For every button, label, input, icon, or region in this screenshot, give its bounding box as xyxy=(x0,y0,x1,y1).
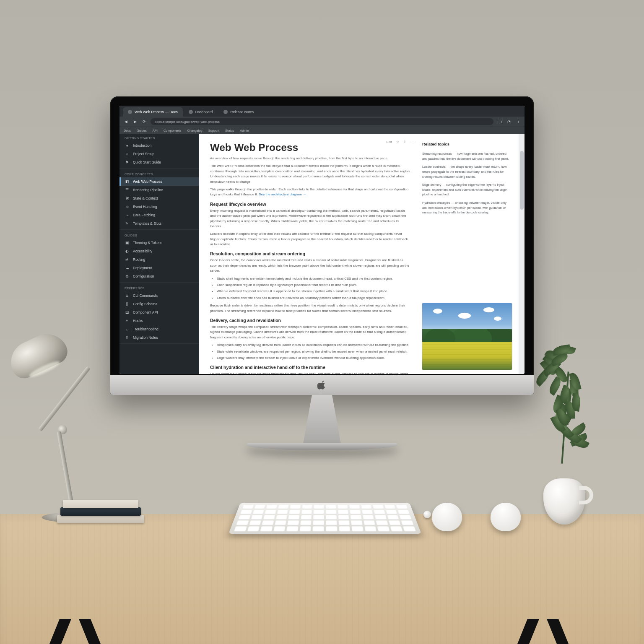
sidebar-item[interactable]: ☁Deployment xyxy=(119,264,199,272)
section-paragraph: Every incoming request is normalised int… xyxy=(210,208,411,229)
sidebar-item[interactable]: ⚙Configuration xyxy=(119,272,199,280)
bookmark-item[interactable]: Docs xyxy=(124,129,131,132)
sidebar-item[interactable]: ≣CLI Commands xyxy=(119,291,199,300)
sidebar-item-label: Rendering Pipeline xyxy=(133,188,163,192)
sidebar-item-label: Config Schema xyxy=(133,302,157,306)
section-list: Responses carry an entity tag derived fr… xyxy=(217,343,411,361)
sidebar-item-label: Quick Start Guide xyxy=(133,160,161,164)
sidebar-separator xyxy=(119,229,199,230)
bookmark-item[interactable]: Components xyxy=(164,129,182,132)
bookmark-item[interactable]: Admin xyxy=(240,129,249,132)
browser-tab[interactable]: Release Notes xyxy=(218,107,259,117)
sidebar-item-icon: ⬍ xyxy=(125,335,130,340)
intro-paragraph: The Web Web Process describes the full l… xyxy=(210,164,411,184)
bookmark-item[interactable]: Changelog xyxy=(187,129,202,132)
bookmark-item[interactable]: API xyxy=(153,129,158,132)
sidebar-item[interactable]: ⎋Event Handling xyxy=(119,203,199,211)
monitor-stand-foot xyxy=(247,443,397,450)
forward-icon[interactable]: ▶ xyxy=(132,119,138,125)
section-paragraph: The delivery stage wraps the composed st… xyxy=(210,325,411,340)
sidebar-item[interactable]: ⬍Migration Notes xyxy=(119,333,199,342)
sidebar-item[interactable]: ◧Web Web Process xyxy=(119,177,199,186)
monitor-chin xyxy=(110,375,534,395)
sidebar-item[interactable]: {}Config Schema xyxy=(119,300,199,308)
sidebar-item-icon: ☁ xyxy=(125,266,130,270)
sidebar-item-icon: ● xyxy=(125,143,130,148)
aside-heading: Related topics xyxy=(422,142,512,146)
bookmark-item[interactable]: Status xyxy=(225,129,234,132)
book-stack xyxy=(59,498,143,523)
sidebar-separator xyxy=(119,343,199,344)
sidebar-item[interactable]: ✶Hooks xyxy=(119,317,199,325)
sidebar-item-icon: ⚙ xyxy=(125,274,130,278)
intro-paragraph-2: This page walks through the pipeline in … xyxy=(210,187,411,197)
sidebar-item[interactable]: ⌕Troubleshooting xyxy=(119,325,199,333)
list-item: Errors surfaced after the shell has flus… xyxy=(217,296,411,301)
sidebar-item-icon: {} xyxy=(125,302,130,306)
section-heading: Resolution, composition and stream order… xyxy=(210,251,411,256)
sidebar-item[interactable]: ⚑Quick Start Guide xyxy=(119,158,199,166)
section-paragraph: Loaders execute in dependency order and … xyxy=(210,231,411,247)
list-item: When a deferred fragment resolves it is … xyxy=(217,289,411,294)
sidebar-item-label: Deployment xyxy=(133,266,152,270)
aside-paragraph: Loader contracts — the shape every loade… xyxy=(422,164,512,179)
back-icon[interactable]: ◀ xyxy=(123,119,129,125)
desk-leg-right xyxy=(518,619,594,644)
share-icon[interactable]: ⇪ xyxy=(403,140,406,144)
bookmark-item[interactable]: Guides xyxy=(137,129,147,132)
menu-icon[interactable]: ⋮ xyxy=(515,119,521,125)
sidebar-item-label: CLI Commands xyxy=(133,293,158,298)
sidebar-item-label: Templates & Slots xyxy=(133,221,161,226)
sidebar-item[interactable]: ⬓Component API xyxy=(119,308,199,317)
profile-icon[interactable]: ◔ xyxy=(506,119,512,125)
sidebar-item-icon: ✎ xyxy=(125,221,130,226)
sidebar-item-label: State & Context xyxy=(133,196,158,200)
sidebar-item[interactable]: ⌘State & Context xyxy=(119,194,199,203)
sidebar-item-label: Introduction xyxy=(133,143,151,148)
section-list: Static shell fragments are written immed… xyxy=(217,276,411,301)
section-paragraph: Once loaders settle, the composer walks … xyxy=(210,258,411,273)
sidebar-item[interactable]: ●Introduction xyxy=(119,141,199,150)
sidebar-item-label: Event Handling xyxy=(133,205,157,209)
monitor: Web Web Process — DocsDashboardRelease N… xyxy=(110,96,534,395)
sidebar-item[interactable]: ☰Rendering Pipeline xyxy=(119,186,199,194)
sidebar-item-icon: ✶ xyxy=(125,319,130,323)
browser-tab[interactable]: Dashboard xyxy=(184,107,218,117)
sidebar-item[interactable]: ⌂Project Setup xyxy=(119,150,199,158)
sidebar-item-label: Migration Notes xyxy=(133,335,158,340)
more-icon[interactable]: ⋯ xyxy=(410,140,414,144)
sidebar-item[interactable]: ⇄Routing xyxy=(119,255,199,264)
architecture-link[interactable]: See the architecture diagram → xyxy=(259,192,306,196)
sidebar-item[interactable]: ◐Accessibility xyxy=(119,247,199,255)
sidebar-item-label: Data Fetching xyxy=(133,213,155,217)
desk-lamp xyxy=(13,334,122,518)
screen: Web Web Process — DocsDashboardRelease N… xyxy=(119,106,525,374)
sidebar-separator xyxy=(119,282,199,283)
list-item: Responses carry an entity tag derived fr… xyxy=(217,343,411,348)
list-item: Edge workers may intercept the stream to… xyxy=(217,356,411,361)
sidebar-item-icon: ▣ xyxy=(125,241,130,245)
apple-logo-icon xyxy=(317,380,327,390)
bookmark-item[interactable]: Support xyxy=(208,129,219,132)
address-bar[interactable]: docs.example.local/guide/web-web-process xyxy=(151,118,493,125)
sidebar-item[interactable]: ▣Theming & Tokens xyxy=(119,239,199,247)
edit-link[interactable]: Edit xyxy=(386,140,392,144)
sidebar-item[interactable]: ✎Templates & Slots xyxy=(119,219,199,228)
favicon-icon xyxy=(128,110,132,114)
list-item: Stale-while-revalidate windows are respe… xyxy=(217,349,411,354)
sidebar-item-label: Hooks xyxy=(133,319,143,323)
sidebar-separator xyxy=(119,168,199,169)
bookmark-icon[interactable]: ☆ xyxy=(396,140,399,144)
aside-image xyxy=(422,303,512,370)
aside-paragraph: Edge delivery — configuring the edge wor… xyxy=(422,182,512,197)
reload-icon[interactable]: ⟳ xyxy=(141,119,147,125)
sidebar-item-label: Component API xyxy=(133,310,158,314)
sidebar-item-label: Accessibility xyxy=(133,249,152,253)
sidebar-item-icon: ⌁ xyxy=(125,213,130,217)
tab-label: Release Notes xyxy=(230,110,254,114)
sidebar-item[interactable]: ⌁Data Fetching xyxy=(119,211,199,219)
browser-tab[interactable]: Web Web Process — Docs xyxy=(123,107,183,117)
scrollbar[interactable] xyxy=(519,134,525,374)
extensions-icon[interactable]: ⋮⋮ xyxy=(497,119,503,125)
sidebar-item-label: Configuration xyxy=(133,274,154,278)
